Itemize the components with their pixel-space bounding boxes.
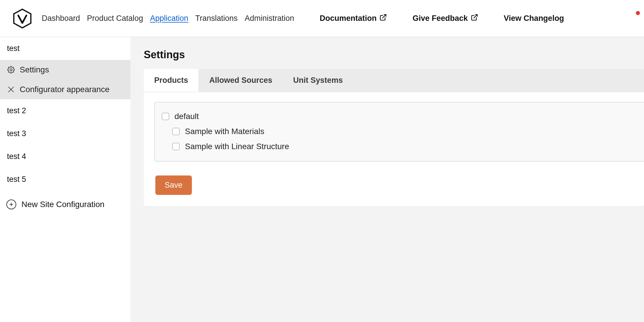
sidebar-item-configurator-appearance[interactable]: Configurator appearance	[0, 80, 130, 99]
svg-marker-0	[14, 9, 31, 28]
nav-translations[interactable]: Translations	[195, 14, 238, 23]
plus-circle-icon: +	[6, 200, 16, 209]
svg-point-3	[10, 69, 12, 71]
primary-nav: Dashboard Product Catalog Application Tr…	[42, 14, 564, 23]
tab-panel-products: default Sample with Materials Sample wit…	[144, 92, 644, 206]
page-title: Settings	[144, 49, 644, 61]
checkbox[interactable]	[172, 143, 180, 150]
tab-unit-systems[interactable]: Unit Systems	[283, 69, 353, 92]
nav-application[interactable]: Application	[150, 14, 188, 23]
external-link-icon	[379, 14, 387, 23]
tab-products[interactable]: Products	[144, 69, 199, 92]
products-tree: default Sample with Materials Sample wit…	[154, 102, 644, 162]
product-row-sample-materials: Sample with Materials	[162, 124, 637, 139]
save-button[interactable]: Save	[155, 175, 192, 195]
product-label: Sample with Linear Structure	[185, 142, 289, 151]
svg-line-1	[383, 14, 386, 18]
product-label: Sample with Materials	[185, 127, 264, 136]
checkbox[interactable]	[162, 113, 169, 120]
sidebar-site-test[interactable]: test	[0, 37, 130, 60]
topbar: Dashboard Product Catalog Application Tr…	[0, 0, 644, 37]
shell: test Settings Configurator appearance te…	[0, 37, 644, 322]
nav-documentation[interactable]: Documentation	[320, 14, 387, 23]
sidebar-site-test-group: Settings Configurator appearance	[0, 60, 130, 99]
sidebar-site-test-5[interactable]: test 5	[0, 168, 130, 191]
nav-administration[interactable]: Administration	[245, 14, 294, 23]
tabs: Products Allowed Sources Unit Systems	[144, 69, 644, 92]
svg-line-2	[474, 14, 477, 18]
sidebar: test Settings Configurator appearance te…	[0, 37, 130, 322]
appearance-icon	[7, 85, 15, 94]
sidebar-item-label: Settings	[20, 65, 49, 74]
sidebar-site-test-3[interactable]: test 3	[0, 122, 130, 145]
checkbox[interactable]	[172, 128, 180, 135]
tab-allowed-sources[interactable]: Allowed Sources	[199, 69, 283, 92]
sidebar-site-test-2[interactable]: test 2	[0, 99, 130, 122]
sidebar-site-test-4[interactable]: test 4	[0, 145, 130, 168]
new-site-label: New Site Configuration	[21, 200, 104, 209]
main-content: Settings Products Allowed Sources Unit S…	[130, 37, 644, 322]
nav-view-changelog[interactable]: View Changelog	[504, 14, 564, 23]
sidebar-sublist: Settings Configurator appearance	[0, 60, 130, 99]
settings-panel: Products Allowed Sources Unit Systems de…	[144, 69, 644, 206]
sidebar-item-label: Configurator appearance	[20, 85, 110, 94]
new-site-configuration-button[interactable]: + New Site Configuration	[0, 191, 130, 218]
notification-dot-icon[interactable]	[636, 11, 640, 15]
brand-logo[interactable]	[12, 8, 32, 29]
gear-icon	[7, 66, 15, 74]
product-label: default	[174, 112, 199, 121]
nav-product-catalog[interactable]: Product Catalog	[87, 14, 143, 23]
product-row-sample-linear: Sample with Linear Structure	[162, 139, 637, 154]
nav-give-feedback-label: Give Feedback	[412, 14, 468, 23]
nav-documentation-label: Documentation	[320, 14, 377, 23]
product-row-default: default	[162, 109, 637, 124]
nav-give-feedback[interactable]: Give Feedback	[412, 14, 478, 23]
sidebar-item-settings[interactable]: Settings	[0, 60, 130, 80]
external-link-icon	[471, 14, 478, 23]
nav-dashboard[interactable]: Dashboard	[42, 14, 80, 23]
